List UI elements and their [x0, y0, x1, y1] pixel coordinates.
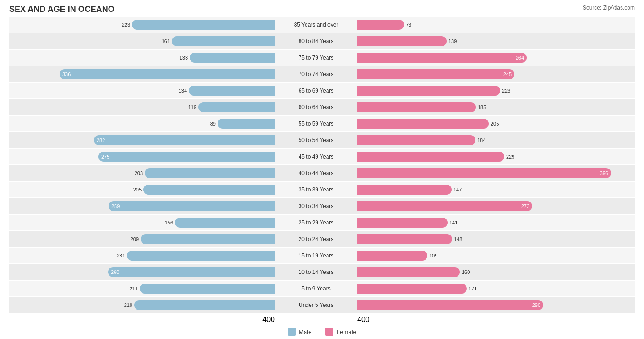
- female-bar: 148: [357, 234, 452, 244]
- female-bar-wrapper: 73: [357, 19, 614, 31]
- female-bar: 205: [357, 119, 489, 129]
- male-bar-wrapper: 260: [18, 266, 275, 278]
- female-section: 109: [357, 248, 623, 263]
- axis-row: 400 400: [9, 316, 635, 324]
- age-group-label: 45 to 49 Years: [275, 153, 357, 160]
- female-value-outside: 184: [477, 137, 486, 143]
- female-bar: 147: [357, 185, 452, 195]
- age-group-label: 55 to 59 Years: [275, 120, 357, 127]
- female-value-inside: 273: [521, 203, 529, 209]
- male-section: 203: [9, 165, 275, 181]
- female-bar: 139: [357, 36, 447, 46]
- legend-male-label: Male: [299, 328, 311, 335]
- male-value-inside: 282: [97, 137, 105, 143]
- bar-row: 22385 Years and over73: [9, 17, 635, 33]
- male-value-outside: 134: [179, 88, 187, 93]
- bar-row: 23115 to 19 Years109: [9, 248, 635, 263]
- male-section: 133: [9, 50, 275, 66]
- female-bar: 290: [357, 300, 543, 310]
- male-section: 209: [9, 231, 275, 247]
- female-bar-wrapper: 185: [357, 101, 614, 113]
- male-value-outside: 209: [131, 236, 139, 242]
- male-section: 156: [9, 215, 275, 230]
- female-section: 273: [357, 198, 623, 214]
- legend-male: Male: [288, 328, 311, 336]
- age-group-label: 25 to 29 Years: [275, 219, 357, 226]
- male-bar: 259: [109, 201, 275, 211]
- bar-row: 8955 to 59 Years205: [9, 116, 635, 131]
- age-group-label: 20 to 24 Years: [275, 236, 357, 242]
- bar-row: 13465 to 69 Years223: [9, 83, 635, 98]
- female-bar-wrapper: 223: [357, 85, 614, 97]
- female-bar-wrapper: 205: [357, 118, 614, 130]
- female-bar: 141: [357, 218, 448, 228]
- age-group-label: 35 to 39 Years: [275, 186, 357, 193]
- male-section: 260: [9, 264, 275, 280]
- bar-row: 2115 to 9 Years171: [9, 281, 635, 296]
- male-section: 89: [9, 116, 275, 131]
- female-section: 229: [357, 149, 623, 164]
- male-section: 205: [9, 182, 275, 197]
- age-group-label: 30 to 34 Years: [275, 203, 357, 209]
- female-value-inside: 245: [503, 71, 512, 77]
- female-value-outside: 171: [469, 286, 477, 291]
- age-group-label: 10 to 14 Years: [275, 269, 357, 275]
- male-bar-wrapper: 161: [18, 35, 275, 47]
- bar-row: 219Under 5 Years290: [9, 297, 635, 313]
- female-section: 396: [357, 165, 623, 181]
- male-value-outside: 205: [133, 187, 142, 192]
- legend-female: Female: [325, 328, 356, 336]
- male-bar: 275: [98, 152, 275, 162]
- bar-row: 13375 to 79 Years264: [9, 50, 635, 66]
- male-value-outside: 223: [122, 22, 130, 27]
- male-bar: 119: [198, 102, 275, 112]
- legend-female-label: Female: [336, 328, 356, 335]
- female-bar: 264: [357, 53, 527, 63]
- female-bar: 396: [357, 168, 611, 178]
- male-section: 161: [9, 33, 275, 49]
- male-bar-wrapper: 275: [18, 151, 275, 163]
- male-value-outside: 219: [124, 302, 132, 308]
- axis-left-label: 400: [262, 316, 275, 324]
- bar-row: 11960 to 64 Years185: [9, 99, 635, 115]
- male-bar: 336: [60, 69, 275, 79]
- male-bar: 260: [108, 267, 275, 277]
- chart-title: SEX AND AGE IN OCEANO: [9, 5, 635, 14]
- age-group-label: 70 to 74 Years: [275, 71, 357, 77]
- female-section: 185: [357, 99, 623, 115]
- male-bar: 203: [145, 168, 275, 178]
- female-bar: 185: [357, 102, 476, 112]
- age-group-label: Under 5 Years: [275, 302, 357, 308]
- female-bar-wrapper: 147: [357, 184, 614, 196]
- female-value-outside: 139: [448, 38, 457, 44]
- female-value-outside: 109: [429, 253, 437, 258]
- bar-row: 33670 to 74 Years245: [9, 66, 635, 82]
- male-section: 275: [9, 149, 275, 164]
- female-value-outside: 73: [406, 22, 411, 27]
- female-bar-wrapper: 245: [357, 68, 614, 80]
- female-bar-wrapper: 160: [357, 266, 614, 278]
- female-bar-wrapper: 171: [357, 283, 614, 295]
- male-value-outside: 156: [165, 220, 173, 225]
- male-bar: 205: [143, 185, 275, 195]
- age-group-label: 85 Years and over: [275, 22, 357, 28]
- male-bar-wrapper: 205: [18, 184, 275, 196]
- male-bar-wrapper: 156: [18, 217, 275, 229]
- age-group-label: 5 to 9 Years: [275, 285, 357, 292]
- male-bar-wrapper: 223: [18, 19, 275, 31]
- female-bar-wrapper: 229: [357, 151, 614, 163]
- female-bar: 229: [357, 152, 504, 162]
- female-bar: 184: [357, 135, 475, 145]
- male-section: 211: [9, 281, 275, 296]
- age-group-label: 15 to 19 Years: [275, 252, 357, 259]
- female-section: 184: [357, 132, 623, 148]
- axis-right: 400: [357, 316, 623, 324]
- axis-right-label: 400: [357, 316, 370, 324]
- chart-area: 22385 Years and over7316180 to 84 Years1…: [9, 17, 635, 313]
- male-value-inside: 259: [111, 203, 120, 209]
- axis-left: 400: [9, 316, 275, 324]
- male-value-inside: 260: [111, 269, 119, 275]
- female-bar: 245: [357, 69, 514, 79]
- female-section: 264: [357, 50, 623, 66]
- legend-male-icon: [288, 328, 296, 336]
